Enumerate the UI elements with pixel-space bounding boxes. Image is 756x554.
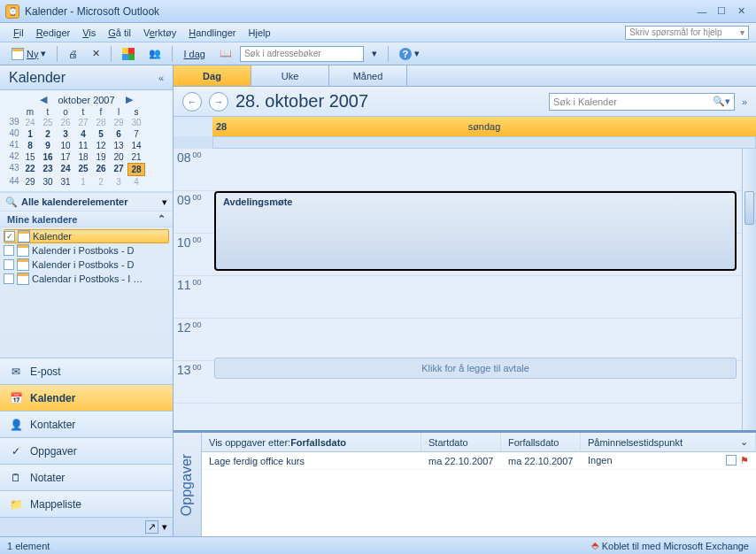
- nav-options-dropdown[interactable]: ▾: [162, 521, 167, 533]
- calendar-day[interactable]: 3: [57, 128, 74, 140]
- dropdown-icon[interactable]: ▾: [740, 27, 744, 37]
- calendar-search-input[interactable]: Søk i Kalender 🔍▾: [549, 93, 735, 111]
- search-icon[interactable]: 🔍▾: [713, 96, 730, 107]
- my-calendars-header[interactable]: Mine kalendere ⌃: [0, 212, 173, 227]
- task-row[interactable]: Lage ferdig office kurs ma 22.10.2007 ma…: [202, 452, 756, 470]
- help-search-input[interactable]: Skriv spørsmål for hjelp▾: [625, 26, 749, 40]
- minimize-button[interactable]: —: [692, 4, 712, 19]
- new-button[interactable]: Ny▾: [5, 45, 52, 63]
- categories-button[interactable]: [116, 45, 141, 63]
- menu-hjelp[interactable]: Hjelp: [242, 27, 276, 38]
- next-month-button[interactable]: ▶: [120, 94, 138, 105]
- menu-handlinger[interactable]: Handlinger: [182, 27, 242, 38]
- all-day-row[interactable]: [174, 136, 756, 149]
- menu-rediger[interactable]: Rediger: [30, 27, 77, 38]
- delete-button[interactable]: ✕: [86, 45, 106, 63]
- calendar-day[interactable]: 10: [57, 140, 74, 151]
- time-slot-area[interactable]: Avdelingsmøte Klikk for å legge til avta…: [212, 149, 742, 430]
- calendar-day[interactable]: 9: [39, 140, 57, 151]
- calendar-day[interactable]: 4: [74, 128, 92, 140]
- calendar-day[interactable]: 24: [21, 117, 39, 128]
- maximize-button[interactable]: ☐: [712, 4, 731, 19]
- nav-item-tasks[interactable]: ✓ Oppgaver: [0, 437, 173, 464]
- calendar-day[interactable]: 23: [39, 163, 57, 176]
- calendar-day[interactable]: 31: [57, 176, 74, 188]
- tab-week[interactable]: Uke: [251, 65, 329, 86]
- task-col-reminder[interactable]: Påminnelsestidspunkt⌄: [581, 433, 756, 451]
- calendar-day[interactable]: 2: [39, 128, 57, 140]
- calendar-day[interactable]: 1: [74, 176, 92, 188]
- calendar-filter-dropdown[interactable]: 🔍 Alle kalenderelementer ▾: [0, 192, 173, 212]
- calendar-day[interactable]: 25: [39, 117, 57, 128]
- nav-item-calendar[interactable]: 📅 Kalender: [0, 384, 173, 411]
- next-day-button[interactable]: →: [209, 92, 228, 112]
- calendar-day[interactable]: 17: [57, 151, 74, 163]
- calendar-day[interactable]: 5: [92, 128, 110, 140]
- task-complete-checkbox[interactable]: [726, 455, 737, 466]
- calendar-day[interactable]: 12: [92, 140, 110, 151]
- prev-month-button[interactable]: ◀: [35, 94, 52, 105]
- task-sort-column[interactable]: Vis oppgaver etter: Forfallsdato: [202, 433, 421, 451]
- permissions-button[interactable]: 👥: [143, 45, 167, 63]
- checkbox[interactable]: [4, 245, 14, 256]
- calendar-day[interactable]: 29: [110, 117, 127, 128]
- calendar-day[interactable]: 19: [92, 151, 110, 163]
- checkbox[interactable]: [4, 273, 14, 284]
- calendar-day[interactable]: 21: [127, 151, 145, 163]
- find-button[interactable]: 📖: [213, 45, 238, 63]
- calendar-day[interactable]: 24: [57, 163, 74, 176]
- address-book-search-input[interactable]: Søk i adressebøker: [240, 46, 364, 62]
- calendar-day[interactable]: 2: [92, 176, 110, 188]
- prev-day-button[interactable]: ←: [182, 92, 202, 112]
- calendar-day[interactable]: 7: [127, 128, 145, 140]
- collapse-sidebar-icon[interactable]: «: [158, 73, 164, 83]
- chevron-down-icon[interactable]: ⌄: [740, 436, 748, 448]
- calendar-day[interactable]: 8: [21, 140, 39, 151]
- calendar-day[interactable]: 16: [39, 151, 57, 163]
- calendar-day[interactable]: 6: [110, 128, 127, 140]
- task-col-due[interactable]: Forfallsdato: [501, 433, 581, 451]
- menu-fil[interactable]: Fil: [7, 27, 30, 38]
- print-button[interactable]: 🖨: [62, 45, 84, 63]
- calendar-day[interactable]: 25: [74, 163, 92, 176]
- calendar-day[interactable]: 1: [21, 128, 39, 140]
- appointment-block[interactable]: Avdelingsmøte: [214, 191, 737, 271]
- calendar-day[interactable]: 13: [110, 140, 127, 151]
- menu-verktoy[interactable]: Verktøy: [137, 27, 182, 38]
- checkbox[interactable]: [4, 259, 14, 270]
- search-options-chevron[interactable]: »: [742, 96, 747, 107]
- calendar-day[interactable]: 15: [21, 151, 39, 163]
- calendar-list-item[interactable]: Kalender i Postboks - D: [4, 243, 169, 258]
- calendar-day[interactable]: 14: [127, 140, 145, 151]
- today-button[interactable]: I dag: [177, 45, 211, 63]
- calendar-list-item[interactable]: ✓ Kalender: [4, 229, 169, 243]
- add-appointment-hint[interactable]: Klikk for å legge til avtale: [214, 358, 737, 379]
- nav-item-mail[interactable]: ✉ E-post: [0, 358, 173, 384]
- calendar-day[interactable]: 28: [127, 163, 145, 176]
- calendar-day[interactable]: 27: [74, 117, 92, 128]
- close-button[interactable]: ✕: [731, 4, 751, 19]
- checkbox[interactable]: ✓: [4, 231, 15, 242]
- tab-day[interactable]: Dag: [174, 65, 251, 86]
- calendar-day[interactable]: 30: [127, 117, 145, 128]
- calendar-day[interactable]: 29: [21, 176, 39, 188]
- calendar-day[interactable]: 27: [110, 163, 127, 176]
- shortcut-config-icon[interactable]: ↗: [145, 520, 158, 534]
- calendar-day[interactable]: 30: [39, 176, 57, 188]
- time-slot[interactable]: [212, 276, 742, 319]
- calendar-day[interactable]: 26: [92, 163, 110, 176]
- task-side-label[interactable]: Oppgaver: [174, 433, 202, 536]
- nav-item-folders[interactable]: 📁 Mappeliste: [0, 490, 173, 517]
- calendar-day[interactable]: 11: [74, 140, 92, 151]
- calendar-day[interactable]: 18: [74, 151, 92, 163]
- help-button[interactable]: ?▾: [393, 45, 426, 63]
- flag-icon[interactable]: ⚑: [740, 455, 749, 466]
- nav-item-notes[interactable]: 🗒 Notater: [0, 464, 173, 490]
- menu-vis[interactable]: Vis: [76, 27, 102, 38]
- vertical-scrollbar[interactable]: [742, 149, 756, 430]
- time-slot[interactable]: [212, 149, 742, 191]
- calendar-day[interactable]: 28: [92, 117, 110, 128]
- menu-ga-til[interactable]: Gå til: [102, 27, 137, 38]
- search-dropdown[interactable]: ▾: [366, 45, 383, 63]
- calendar-list-item[interactable]: Kalender i Postboks - D: [4, 258, 169, 272]
